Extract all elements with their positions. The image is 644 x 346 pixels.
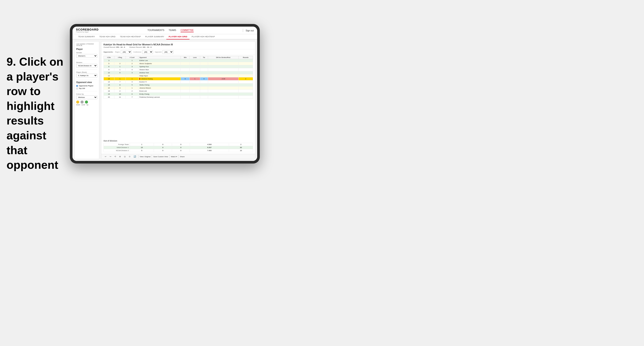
- cell-rounds: [238, 93, 253, 96]
- table-header-row: # Div # Reg # Conf Opponent Win Loss Tie…: [104, 56, 253, 59]
- grid-title: Katelyn Vo Head-to-Head Grid for Women's…: [104, 43, 253, 46]
- save-custom-btn[interactable]: Save Custom View: [153, 156, 168, 158]
- conference-select[interactable]: (All): [142, 50, 153, 54]
- legend-dot-up: [85, 101, 88, 104]
- cell-conf: 1: [126, 59, 138, 62]
- out-name-ncaa2: NCAA Division 2: [104, 149, 130, 152]
- cell-win: [181, 68, 190, 71]
- cell-rounds: [238, 74, 253, 77]
- timestamp: Last Updated: 27/03/2024 16:55:38: [76, 43, 97, 46]
- region-select[interactable]: (All): [121, 50, 132, 54]
- colour-by-select[interactable]: Win/loss: [76, 96, 97, 99]
- gender-select[interactable]: Women's: [76, 54, 97, 58]
- table-row[interactable]: 9 1 4 Sharon Mun: [104, 68, 253, 71]
- cell-tie: [200, 93, 208, 96]
- grid-records: Overall Record: 353 - 34 - 6 Division Re…: [104, 46, 253, 48]
- out-row-ncaa2[interactable]: NCAA Division 2 5 0 0 7.400 10: [104, 149, 253, 152]
- cell-div: 9: [104, 68, 114, 71]
- cell-reg: 11: [114, 96, 126, 99]
- cell-conf: 1: [126, 87, 138, 90]
- step-number: 9.: [6, 55, 16, 68]
- cell-conf: 3: [126, 65, 138, 68]
- settings-button[interactable]: ⊙: [128, 155, 132, 158]
- cell-win: [181, 71, 190, 74]
- watch-btn[interactable]: Watch ▾: [171, 156, 177, 158]
- cell-reg: 8: [114, 83, 126, 87]
- nav-committee[interactable]: COMMITTEE: [180, 28, 194, 32]
- redo-button[interactable]: ↪: [109, 155, 112, 158]
- tab-player-h2h-heatmap[interactable]: PLAYER H2H HEATMAP: [190, 34, 217, 39]
- division-select[interactable]: NCAA Division III: [76, 64, 97, 68]
- target-button[interactable]: ◎: [123, 155, 126, 158]
- table-row-selected[interactable]: 13 1 1 ▶ Jessica Huang 0 1 0 -3.00 2: [104, 77, 253, 80]
- view-original-btn[interactable]: View: Original: [140, 156, 150, 158]
- cell-tie: [200, 96, 208, 99]
- cell-tie: [200, 74, 208, 77]
- out-loss-ncaa2: 0: [154, 149, 172, 152]
- table-row[interactable]: 3 1 Esther Lee: [104, 59, 253, 62]
- legend-dot-level: [80, 101, 84, 104]
- col-div: # Div: [104, 56, 114, 59]
- cell-div: 13: [104, 77, 114, 80]
- out-row-foreign[interactable]: Foreign Team 1 0 0 4.500 2: [104, 143, 253, 146]
- cell-win: [181, 62, 190, 65]
- table-row[interactable]: 20 11 7 Federica Domecq Lacroze: [104, 96, 253, 99]
- cell-rounds: [238, 87, 253, 90]
- table-row[interactable]: 14 7 4 Eunice Yi: [104, 80, 253, 83]
- out-row-naia[interactable]: NAIA Division 1 15 0 0 9.267 30: [104, 146, 253, 149]
- cell-opponent: Sydney Kuo: [138, 65, 181, 68]
- tab-player-summary[interactable]: PLAYER SUMMARY: [143, 34, 166, 39]
- cell-diff: [208, 96, 238, 99]
- filters-row: Opponents: Region (All) Conference (All): [101, 49, 255, 55]
- cell-conf: [126, 74, 138, 77]
- cell-reg: [114, 59, 126, 62]
- col-reg: # Reg: [114, 56, 126, 59]
- tab-team-h2h-heatmap[interactable]: TEAM H2H HEATMAP: [118, 34, 143, 39]
- share-btn[interactable]: Share: [180, 156, 184, 158]
- cell-opponent: Andrea York: [138, 71, 181, 74]
- cell-tie: [200, 65, 208, 68]
- opponent-select[interactable]: (All): [162, 50, 173, 54]
- cell-diff: [208, 59, 238, 62]
- table-row[interactable]: 5 2 2 Alexis Sudjianto: [104, 62, 253, 65]
- right-panel: Katelyn Vo Head-to-Head Grid for Women's…: [101, 41, 256, 159]
- table-row[interactable]: 15 8 5 Stella Cheng: [104, 83, 253, 87]
- cell-tie: [200, 90, 208, 93]
- tab-team-h2h-grid[interactable]: TEAM H2H GRID: [97, 34, 118, 39]
- cell-loss: [190, 93, 200, 96]
- out-win-foreign: 1: [130, 143, 154, 146]
- table-row[interactable]: 16 9 1 Jessica Mason: [104, 87, 253, 90]
- out-tie-foreign: 0: [172, 143, 190, 146]
- tab-team-summary[interactable]: TEAM SUMMARY: [76, 34, 97, 39]
- cell-opponent: ▶ Jessica Huang: [138, 77, 181, 80]
- out-loss-naia: 0: [154, 146, 172, 149]
- nav-teams[interactable]: TEAMS: [169, 28, 176, 32]
- cell-diff: [208, 87, 238, 90]
- radio2-label: Top 100: [79, 87, 85, 89]
- cell-tie: [200, 83, 208, 87]
- undo-button[interactable]: ↩: [104, 155, 108, 158]
- player-rank-select[interactable]: 8. Katelyn Vo: [76, 74, 97, 77]
- cell-loss: [190, 96, 200, 99]
- cycle-button[interactable]: 🔄: [133, 155, 137, 158]
- col-loss: Loss: [190, 56, 200, 59]
- sign-out-link[interactable]: Sign out: [246, 29, 254, 32]
- add-button[interactable]: ⊕: [118, 155, 122, 158]
- cell-diff: [208, 90, 238, 93]
- tab-player-h2h-grid[interactable]: PLAYER H2H GRID: [166, 34, 190, 39]
- opponent-view-section: Opponent view Opponents Played Top 100: [76, 81, 97, 89]
- cell-opponent: Sharon Mun: [138, 68, 181, 71]
- tablet-screen: SCOREBOARD Powered by clippd TOURNAMENTS…: [72, 27, 257, 161]
- table-row[interactable]: 18 2 2 Euna Lee: [104, 90, 253, 93]
- refresh-button[interactable]: ⟲: [114, 155, 117, 158]
- table-row[interactable]: 10 6 3 Andrea York: [104, 71, 253, 74]
- table-row[interactable]: 6 1 3 Sydney Kuo: [104, 65, 253, 68]
- nav-tournaments[interactable]: TOURNAMENTS: [148, 28, 164, 32]
- radio-top100[interactable]: Top 100: [76, 87, 97, 89]
- table-row[interactable]: 19 10 6 Emily Chang: [104, 93, 253, 96]
- radio-opponents-played[interactable]: Opponents Played: [76, 85, 97, 87]
- app-logo: SCOREBOARD: [76, 28, 99, 31]
- division-label: Division: [76, 61, 97, 63]
- table-row[interactable]: 12 Haeji Hyun: [104, 74, 253, 77]
- colour-by-section: Colour by Win/loss Down Level Up: [76, 93, 97, 106]
